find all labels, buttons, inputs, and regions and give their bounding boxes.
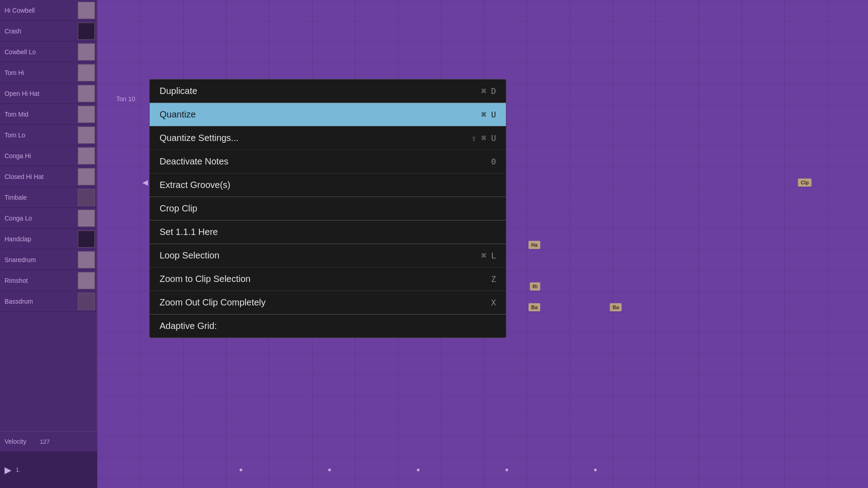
- sidebar-item-tom-hi[interactable]: Tom Hi: [0, 62, 97, 83]
- instrument-label: Hi Cowbell: [5, 7, 78, 14]
- clp-button[interactable]: Clp: [798, 178, 811, 187]
- menu-item-label: Set 1.1.1 Here: [160, 227, 218, 237]
- menu-item-quantize[interactable]: Quantize ⌘ U: [150, 103, 506, 127]
- instrument-label: Tom Mid: [5, 111, 78, 118]
- menu-item-label: Duplicate: [160, 86, 197, 96]
- menu-item-zoom-clip-selection[interactable]: Zoom to Clip Selection Z: [150, 267, 506, 291]
- menu-item-deactivate-notes[interactable]: Deactivate Notes 0: [150, 150, 506, 174]
- pad-crash[interactable]: [78, 23, 95, 40]
- ba-button-2[interactable]: Ba: [528, 303, 540, 311]
- menu-item-label: Adaptive Grid:: [160, 321, 217, 331]
- instrument-label: Snaredrum: [5, 256, 78, 263]
- sidebar-item-crash[interactable]: Crash: [0, 21, 97, 42]
- instrument-sidebar: Hi Cowbell Crash Cowbell Lo Tom Hi Open …: [0, 0, 97, 488]
- menu-item-label: Loop Selection: [160, 250, 219, 261]
- ton10-label: Ton 10: [116, 95, 135, 103]
- menu-item-set-here[interactable]: Set 1.1.1 Here: [150, 221, 506, 244]
- instrument-label: Conga Hi: [5, 152, 78, 160]
- menu-item-label: Zoom Out Clip Completely: [160, 297, 266, 308]
- ha-button[interactable]: Ha: [528, 241, 540, 249]
- sidebar-item-timbale[interactable]: Timbale: [0, 187, 97, 208]
- instrument-label: Open Hi Hat: [5, 90, 78, 97]
- velocity-value: 127: [40, 438, 50, 445]
- pad-closed-hi-hat[interactable]: [78, 168, 95, 185]
- dot-4: [505, 469, 508, 471]
- pad-cowbell-lo[interactable]: [78, 43, 95, 61]
- pad-handclap[interactable]: [78, 230, 95, 248]
- instrument-label: Tom Hi: [5, 69, 78, 76]
- menu-item-loop-selection[interactable]: Loop Selection ⌘ L: [150, 244, 506, 267]
- menu-item-shortcut: Z: [491, 274, 496, 284]
- sidebar-item-open-hi-hat[interactable]: Open Hi Hat: [0, 83, 97, 104]
- instrument-label: Handclap: [5, 235, 78, 243]
- menu-item-label: Extract Groove(s): [160, 180, 231, 190]
- instrument-label: Closed Hi Hat: [5, 173, 78, 180]
- instrument-label: Conga Lo: [5, 215, 78, 222]
- sidebar-item-hi-cowbell[interactable]: Hi Cowbell: [0, 0, 97, 21]
- velocity-label: Velocity: [5, 438, 26, 445]
- sidebar-item-snaredrum[interactable]: Snaredrum: [0, 249, 97, 270]
- pad-tom-mid[interactable]: [78, 106, 95, 123]
- sidebar-item-handclap[interactable]: Handclap: [0, 229, 97, 249]
- context-menu: Duplicate ⌘ D Quantize ⌘ U Quantize Sett…: [149, 79, 506, 338]
- play-icon[interactable]: ▶: [5, 465, 11, 475]
- pad-bassdrum[interactable]: [78, 293, 95, 310]
- menu-item-quantize-settings[interactable]: Quantize Settings... ⇧ ⌘ U: [150, 127, 506, 150]
- menu-item-shortcut: ⌘ L: [481, 251, 496, 260]
- instrument-label: Cowbell Lo: [5, 48, 78, 56]
- menu-item-duplicate[interactable]: Duplicate ⌘ D: [150, 80, 506, 103]
- pad-open-hi-hat[interactable]: [78, 85, 95, 102]
- menu-item-label: Deactivate Notes: [160, 156, 228, 167]
- pad-snaredrum[interactable]: [78, 251, 95, 268]
- ba-button-3[interactable]: Ba: [610, 303, 622, 311]
- menu-item-label: Quantize: [160, 109, 196, 120]
- sidebar-item-closed-hi-hat[interactable]: Closed Hi Hat: [0, 166, 97, 187]
- pad-tom-hi[interactable]: [78, 64, 95, 81]
- velocity-bar: Velocity 127: [0, 431, 97, 452]
- instrument-label: Crash: [5, 28, 78, 35]
- pad-conga-hi[interactable]: [78, 147, 95, 164]
- menu-item-zoom-out[interactable]: Zoom Out Clip Completely X: [150, 291, 506, 314]
- dot-1: [240, 469, 242, 471]
- dots-area: [194, 465, 868, 474]
- transport-position: 1.: [16, 467, 20, 473]
- menu-item-shortcut: 0: [491, 157, 496, 166]
- menu-item-extract-grooves[interactable]: Extract Groove(s): [150, 174, 506, 197]
- menu-item-crop-clip[interactable]: Crop Clip: [150, 197, 506, 220]
- sidebar-item-conga-hi[interactable]: Conga Hi: [0, 145, 97, 166]
- instrument-label: Tom Lo: [5, 131, 78, 139]
- menu-item-shortcut: X: [491, 298, 496, 307]
- pad-conga-lo[interactable]: [78, 210, 95, 227]
- pad-rimshot[interactable]: [78, 272, 95, 289]
- sidebar-item-tom-mid[interactable]: Tom Mid: [0, 104, 97, 125]
- sidebar-item-conga-lo[interactable]: Conga Lo: [0, 208, 97, 229]
- ri-button[interactable]: Ri: [530, 282, 540, 291]
- instrument-label: Timbale: [5, 194, 78, 201]
- menu-item-label: Crop Clip: [160, 203, 197, 214]
- pad-timbale[interactable]: [78, 189, 95, 206]
- sidebar-item-rimshot[interactable]: Rimshot: [0, 270, 97, 291]
- scroll-arrow-icon[interactable]: ◀: [142, 178, 148, 187]
- transport-bar: ▶ 1.: [0, 452, 97, 488]
- pad-hi-cowbell[interactable]: [78, 2, 95, 19]
- dot-2: [328, 469, 331, 471]
- pad-tom-lo[interactable]: [78, 127, 95, 144]
- sidebar-item-cowbell-lo[interactable]: Cowbell Lo: [0, 42, 97, 62]
- menu-item-label: Zoom to Clip Selection: [160, 274, 250, 284]
- dot-5: [594, 469, 597, 471]
- menu-item-label: Quantize Settings...: [160, 133, 239, 143]
- sidebar-item-tom-lo[interactable]: Tom Lo: [0, 125, 97, 145]
- menu-item-shortcut: ⇧ ⌘ U: [472, 133, 496, 143]
- menu-item-shortcut: ⌘ D: [481, 86, 496, 96]
- menu-item-adaptive-grid[interactable]: Adaptive Grid:: [150, 314, 506, 338]
- dot-3: [417, 469, 420, 471]
- menu-item-shortcut: ⌘ U: [481, 110, 496, 119]
- instrument-label: Rimshot: [5, 277, 78, 284]
- instrument-label: Bassdrum: [5, 298, 78, 305]
- sidebar-item-bassdrum[interactable]: Bassdrum: [0, 291, 97, 312]
